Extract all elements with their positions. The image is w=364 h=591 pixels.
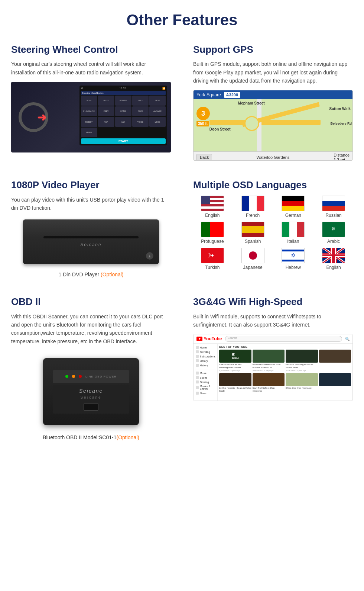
yt-search-icon[interactable]: 🔍 (345, 337, 350, 341)
flag-de (282, 196, 305, 211)
yt-video-1[interactable]: 夜BGM Chill Out Guitar Music - Relaxing I… (219, 350, 251, 372)
yt-sidebar-subscriptions[interactable]: Subscriptions (195, 354, 216, 359)
yt-thumb-4 (319, 350, 351, 363)
gps-distance: 350 ft (196, 121, 209, 126)
yt-video-5[interactable]: Lofi hip hop mix - Beats to Relax Study (219, 373, 251, 393)
obd-image-container: LINK OBD POWER Seicane Seicane (11, 351, 171, 433)
flag-it (282, 222, 305, 237)
yt-sidebar-library[interactable]: Library (195, 359, 216, 363)
flag-label-russian: Russian (325, 213, 341, 218)
yt-sidebar-gaming[interactable]: Gaming (195, 380, 216, 384)
wifi-text: Built in Wifi module, supports to connec… (193, 312, 353, 329)
section-steering: Steering Wheel Control Your original car… (0, 36, 182, 172)
steering-screen: ⚙ 13:32 📶 Steering wheel button VOL+ MUT… (79, 86, 168, 146)
flag-usa (201, 196, 224, 211)
flag-pt (201, 222, 224, 237)
flag-item-turkish: ☽ ✦ Turkish (193, 248, 232, 270)
yt-body: Home Trending Subscriptions Library (194, 344, 352, 401)
obd-text: With this OBDII Scanner, you can connect… (11, 312, 171, 346)
yt-video-8[interactable] (319, 373, 351, 393)
screen-buttons: VOL+ MUTE POWER VOL- NEXT PLAY/PAUSE PRE… (81, 96, 166, 138)
gps-street-label: York Square (196, 92, 221, 97)
yt-video-3[interactable]: Beautiful Relaxing Music for Stress Reli… (286, 350, 318, 372)
yt-sidebar-history[interactable]: History (195, 363, 216, 367)
flag-item-japanese: Japanese (234, 248, 272, 270)
btn-home: HOME (115, 106, 131, 116)
section-gps: Support GPS Built in GPS module, support… (182, 36, 364, 172)
movies-icon (196, 386, 199, 389)
btn-next: NEXT (149, 96, 166, 106)
flag-label-italian: Italian (287, 239, 299, 244)
gps-waterloo-label: Waterloo Gardens (256, 155, 289, 160)
yt-section2: Lofi hip hop mix - Beats to Relax Study … (219, 373, 351, 393)
section-osd: Multiple OSD Languages English (182, 172, 364, 289)
gps-text: Built in GPS module, support both online… (193, 60, 353, 85)
flag-item-german: German (274, 196, 313, 218)
page-title: Other Features (0, 0, 364, 36)
history-icon (196, 364, 199, 367)
screen-start-button: START (81, 138, 166, 144)
gps-badge: A3200 (224, 92, 240, 98)
flag-label-spanish: Spanish (245, 239, 261, 244)
usa-canton (201, 196, 210, 204)
yt-sidebar: Home Trending Subscriptions Library (194, 344, 218, 401)
yt-video-2[interactable]: Minecraft Speedrunner VS 4 Hunters REMAT… (253, 350, 285, 372)
btn-back: BACK (132, 106, 149, 116)
news-icon (196, 392, 199, 395)
btn-mute: MUTE (98, 96, 114, 106)
obd-device-image: LINK OBD POWER Seicane Seicane (43, 358, 139, 425)
flag-label-german: German (285, 213, 301, 218)
yt-video-7[interactable]: Shiba Dog finds his master (286, 373, 318, 393)
gps-map-body: 3 350 ft Mepham Street Doon Street Sutto… (194, 99, 352, 151)
yt-sidebar-sports[interactable]: Sports (195, 375, 216, 380)
dvd-caption: 1 Din DVD Player (Optional) (11, 272, 171, 277)
music-icon (196, 372, 199, 375)
flag-il: ✡ (282, 248, 305, 263)
yt-divider (195, 369, 216, 369)
yt-video-6[interactable]: Cozy Full Coffee Shop Ambience (253, 373, 285, 393)
youtube-play-icon: ▶ (196, 337, 202, 341)
obd-power-indicator (79, 375, 82, 378)
btn-aux: AUX (115, 117, 131, 127)
yt-sidebar-music[interactable]: Music (195, 371, 216, 375)
subscriptions-icon (196, 355, 199, 358)
gaming-icon (196, 380, 199, 383)
steering-image: ➜ ⚙ 13:32 📶 Steering wheel button VOL+ M… (11, 82, 171, 152)
yt-title-1: Chill Out Guitar Music - Relaxing Instru… (219, 363, 251, 369)
flag-label-arabic: Arabic (327, 239, 340, 244)
obd-obd-indicator (72, 375, 75, 378)
yt-topbar: ▶ YouTube Search 🔍 (194, 334, 352, 344)
yt-sidebar-home[interactable]: Home (195, 345, 216, 350)
flags-grid: English French German (193, 196, 353, 270)
flag-item-italian: Italian (274, 222, 313, 244)
yt-sidebar-news[interactable]: News (195, 391, 216, 395)
gps-back-button[interactable]: Back (196, 154, 212, 161)
btn-voice: VOICE (132, 117, 149, 127)
yt-title-5: Lofi hip hop mix - Beats to Relax Study (219, 387, 251, 393)
flag-item-russian: Russian (314, 196, 353, 218)
yt-search-bar[interactable]: Search (225, 336, 342, 342)
home-icon (196, 346, 199, 349)
video-title: 1080P Video Player (11, 179, 171, 191)
yt-sidebar-trending[interactable]: Trending (195, 350, 216, 354)
yt-video-4[interactable] (319, 350, 351, 372)
flag-item-arabic: ﷽ Arabic (314, 222, 353, 244)
flag-uk (322, 248, 345, 263)
dvd-player-image: Seicane ▲ (23, 219, 159, 264)
flag-item-portuguese: Protuguese (193, 222, 232, 244)
btn-power: POWER (115, 96, 131, 106)
dvd-slot (43, 236, 139, 238)
yt-meta-2: 1000 views · 16 days ago (253, 369, 285, 372)
flag-es (241, 222, 264, 237)
japan-circle (249, 251, 257, 260)
flag-tr: ☽ ✦ (201, 248, 224, 263)
btn-prev: PREV (98, 106, 114, 116)
yt-title-6: Cozy Full Coffee Shop Ambience (253, 387, 285, 393)
arrow-indicator: ➜ (37, 110, 46, 123)
gps-direction-arrow: 3 (196, 107, 210, 120)
yt-thumb-7 (286, 373, 318, 386)
gps-label-belvedere: Belvedere Rd (330, 122, 352, 125)
flag-jp (241, 248, 264, 263)
section-video: 1080P Video Player You can play video wi… (0, 172, 182, 289)
yt-sidebar-movies[interactable]: Movies & Shows (195, 384, 216, 391)
